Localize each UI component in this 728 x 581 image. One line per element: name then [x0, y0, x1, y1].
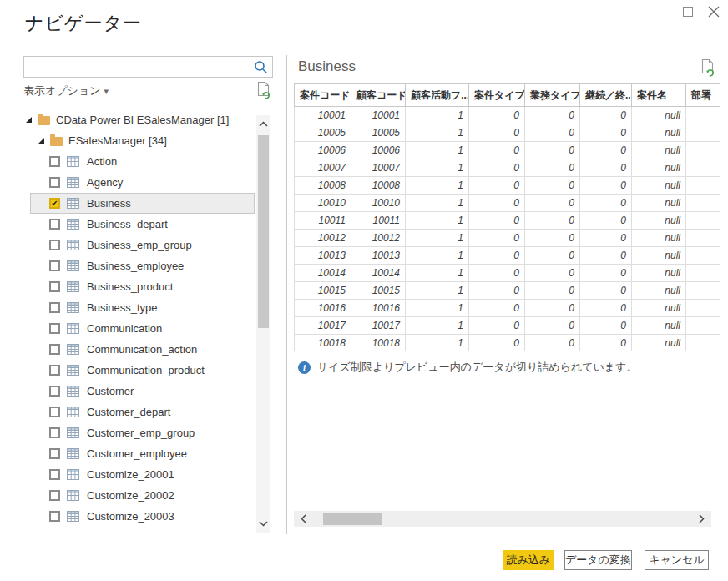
tree-item-Business_product[interactable]: Business_product	[30, 276, 255, 297]
expand-triangle-icon[interactable]	[25, 116, 33, 124]
table-cell: 10001	[351, 107, 406, 124]
checkbox[interactable]	[49, 260, 60, 271]
table-cell: 0	[525, 247, 580, 265]
horizontal-scrollbar[interactable]	[294, 511, 711, 527]
checkbox[interactable]	[49, 302, 60, 313]
page-title: ナビゲーター	[25, 11, 142, 36]
table-cell: 0	[469, 230, 525, 247]
tree-item-Customer[interactable]: Customer	[30, 381, 255, 402]
checkbox[interactable]	[49, 427, 60, 438]
column-header: 案件コード	[295, 84, 351, 107]
tree-item-Business_emp_group[interactable]: Business_emp_group	[30, 235, 255, 255]
table-cell: 10018	[295, 335, 351, 351]
search-icon[interactable]	[254, 60, 268, 78]
tree-item-Customer_depart[interactable]: Customer_depart	[30, 402, 255, 422]
tree-item-Business_type[interactable]: Business_type	[30, 297, 255, 318]
checkbox[interactable]	[49, 323, 60, 334]
table-cell: 1	[406, 142, 469, 159]
checkbox[interactable]	[49, 448, 60, 459]
tree-item-Customer_employee[interactable]: Customer_employee	[30, 443, 255, 464]
checkbox[interactable]	[49, 365, 60, 376]
checkbox[interactable]	[49, 156, 60, 167]
horizontal-scrollbar-thumb[interactable]	[323, 513, 382, 525]
table-row: 10012100121000null	[295, 230, 721, 247]
tree-item-Customize_20002[interactable]: Customize_20002	[30, 485, 255, 506]
table-cell: 1	[406, 177, 469, 195]
checkbox[interactable]	[49, 469, 60, 480]
tree-item-Business_depart[interactable]: Business_depart	[30, 214, 255, 235]
table-cell: 0	[469, 300, 525, 317]
tree-item-Agency[interactable]: Agency	[30, 172, 255, 193]
folder-icon	[50, 137, 63, 146]
tree-folder-label: ESalesManager [34]	[68, 134, 167, 147]
table-cell: 0	[469, 177, 525, 195]
table-cell: null	[632, 212, 686, 230]
checkbox[interactable]	[49, 240, 60, 250]
tree-item-Business[interactable]: ✔Business	[30, 193, 255, 214]
tree-folder-item[interactable]: ESalesManager [34]	[23, 130, 255, 151]
table-cell: 10016	[351, 300, 406, 317]
cancel-button[interactable]: キャンセル	[645, 550, 709, 570]
table-icon	[67, 427, 79, 438]
checkbox[interactable]	[49, 490, 60, 501]
tree-item-Business_employee[interactable]: Business_employee	[30, 255, 255, 276]
table-cell: null	[632, 195, 686, 212]
table-cell: 10014	[295, 265, 351, 282]
vertical-scrollbar[interactable]	[256, 115, 270, 533]
table-cell: 1	[406, 335, 469, 351]
checkbox[interactable]	[49, 344, 60, 355]
checkbox[interactable]	[49, 177, 60, 188]
vertical-scrollbar-thumb[interactable]	[258, 135, 269, 328]
tree-item-label: Customer	[87, 385, 134, 397]
maximize-icon[interactable]	[683, 7, 693, 17]
checkbox[interactable]	[49, 511, 60, 522]
tree-item-label: Agency	[87, 176, 123, 189]
display-options-dropdown[interactable]: 表示オプション▾	[23, 84, 109, 97]
scroll-down-icon[interactable]	[256, 517, 270, 531]
close-icon[interactable]	[706, 4, 721, 19]
expand-triangle-icon[interactable]	[38, 137, 45, 144]
checkbox[interactable]	[49, 386, 60, 397]
table-cell: 1	[406, 282, 469, 300]
scroll-up-icon[interactable]	[256, 117, 270, 131]
table-cell: 10011	[351, 212, 406, 230]
column-header: 顧客活動フ...	[406, 84, 469, 107]
tree-item-Communication_product[interactable]: Communication_product	[30, 360, 255, 381]
table-cell: 1	[406, 124, 469, 142]
transform-data-button[interactable]: データの変換	[564, 550, 632, 570]
table-cell: 1	[406, 265, 469, 282]
refresh-preview-icon[interactable]	[700, 58, 715, 80]
table-cell: 10006	[351, 142, 406, 159]
checkbox[interactable]	[49, 281, 60, 292]
table-icon	[67, 219, 79, 230]
checkbox[interactable]	[49, 219, 60, 230]
search-input[interactable]	[28, 58, 253, 76]
table-cell: 0	[525, 335, 580, 351]
table-cell: 0	[580, 142, 632, 159]
table-cell: null	[632, 317, 686, 335]
table-cell: 10013	[351, 247, 406, 265]
table-row: 10006100061000null	[295, 142, 721, 159]
tree-item-Customer_emp_group[interactable]: Customer_emp_group	[30, 422, 255, 443]
scroll-right-icon[interactable]	[694, 511, 710, 527]
tree-item-Communication[interactable]: Communication	[30, 318, 255, 339]
load-button[interactable]: 読み込み	[503, 550, 554, 570]
refresh-icon[interactable]	[255, 81, 271, 103]
table-cell: 0	[525, 230, 580, 247]
column-header: 部署	[686, 84, 721, 107]
table-row: 10010100101000null	[295, 195, 721, 212]
tree-item-Customize_20001[interactable]: Customize_20001	[30, 464, 255, 485]
table-cell: null	[632, 265, 686, 282]
table-cell: null	[632, 247, 686, 265]
scroll-left-icon[interactable]	[296, 511, 311, 527]
tree-item-Customize_20003[interactable]: Customize_20003	[30, 506, 255, 527]
checkbox[interactable]: ✔	[49, 198, 60, 209]
table-cell: 10012	[351, 230, 406, 247]
tree-item-label: Customer_depart	[87, 406, 170, 418]
table-icon	[67, 281, 79, 292]
tree-item-Communication_action[interactable]: Communication_action	[30, 339, 255, 360]
tree-folder-item[interactable]: CData Power BI ESalesManager [1]	[23, 109, 255, 130]
table-cell	[686, 247, 721, 265]
checkbox[interactable]	[49, 407, 60, 417]
tree-item-Action[interactable]: Action	[30, 151, 255, 172]
